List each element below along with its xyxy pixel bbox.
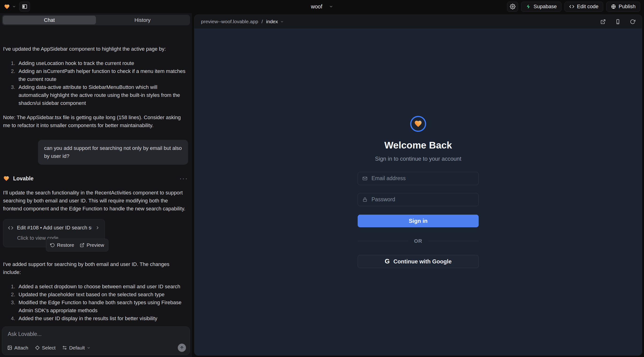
google-button-label: Continue with Google	[394, 258, 452, 265]
assistant-message-header: Lovable ···	[3, 174, 188, 182]
list-item: Updated the placeholder text based on th…	[17, 290, 188, 298]
preview-url-bar: preview--woof.lovable.app / index	[194, 15, 642, 28]
user-message-text: can you add support for searching not on…	[44, 145, 182, 159]
chevron-down-icon	[329, 4, 333, 9]
google-g-icon: G	[385, 258, 390, 265]
lock-icon	[362, 197, 368, 202]
auth-title: Welcome Back	[384, 140, 452, 151]
sender-name: Lovable	[13, 174, 34, 182]
chevron-right-icon	[95, 226, 100, 230]
email-input[interactable]	[371, 175, 474, 182]
preview-label: Preview	[86, 241, 104, 249]
lovable-heart-icon	[4, 4, 10, 10]
chevron-down-icon	[12, 5, 16, 8]
message-options-button[interactable]: ···	[180, 176, 188, 181]
arrow-up-icon	[180, 346, 184, 350]
assistant-paragraph: I've added support for searching by both…	[3, 260, 188, 276]
continue-with-google-button[interactable]: G Continue with Google	[358, 255, 479, 268]
mobile-view-button[interactable]	[615, 19, 620, 24]
tab-chat-label: Chat	[44, 17, 55, 23]
preview-button[interactable]: Preview	[80, 241, 104, 249]
divider-line	[358, 241, 408, 241]
password-field	[358, 193, 479, 206]
publish-label: Publish	[619, 4, 636, 10]
code-icon	[569, 4, 574, 9]
app-logo	[410, 116, 426, 132]
user-message-bubble: can you add support for searching not on…	[38, 140, 188, 165]
tab-history[interactable]: History	[96, 16, 189, 24]
tab-history-label: History	[134, 17, 150, 23]
assistant-list: Adding useLocation hook to track the cur…	[3, 59, 188, 107]
supabase-label: Supabase	[534, 4, 557, 10]
or-divider: OR	[358, 238, 479, 244]
assistant-note: Note: The AppSidebar.tsx file is getting…	[3, 114, 188, 130]
sliders-icon	[62, 345, 67, 350]
edit-card-actions: Restore Preview	[46, 239, 108, 252]
globe-icon	[611, 4, 616, 9]
chevron-down-icon	[280, 20, 284, 24]
refresh-button[interactable]	[630, 19, 635, 24]
send-button[interactable]	[178, 344, 186, 352]
publish-button[interactable]: Publish	[606, 2, 640, 12]
chevron-down-icon	[87, 346, 90, 350]
divider-label: OR	[414, 238, 422, 244]
edit-version-card[interactable]: Edit #108 • Add user ID search supp... C…	[3, 219, 105, 247]
heart-icon	[414, 120, 422, 128]
edit-code-label: Edit code	[577, 4, 598, 10]
edit-code-button[interactable]: Edit code	[564, 2, 603, 12]
assistant-paragraph: I've updated the AppSidebar component to…	[3, 45, 188, 53]
divider-line	[428, 241, 479, 241]
preview-panel: preview--woof.lovable.app / index	[194, 14, 642, 356]
open-in-new-tab-button[interactable]	[600, 19, 606, 24]
project-name: woof	[311, 4, 322, 10]
external-link-icon	[80, 243, 84, 248]
auth-card: Welcome Back Sign in to continue to your…	[358, 116, 479, 268]
list-item: Adding an isCurrentPath helper function …	[17, 67, 188, 83]
attach-button[interactable]: Attach	[7, 345, 28, 351]
chat-input[interactable]	[7, 330, 186, 341]
select-label: Select	[42, 345, 56, 351]
chat-messages: I've updated the AppSidebar component to…	[0, 41, 192, 325]
top-bar: woof Supabase Edit code	[0, 0, 644, 13]
settings-button[interactable]	[507, 2, 518, 12]
restore-label: Restore	[57, 241, 74, 249]
restore-icon	[50, 243, 55, 248]
list-item: Adding useLocation hook to track the cur…	[17, 59, 188, 67]
gear-icon	[510, 4, 516, 10]
chat-panel: Chat History I've updated the AppSidebar…	[0, 13, 192, 357]
mode-selector[interactable]: Default	[62, 345, 91, 351]
toggle-sidebar-button[interactable]	[19, 2, 30, 12]
sign-in-button[interactable]: Sign in	[358, 214, 479, 227]
mail-icon	[362, 176, 368, 181]
list-item: Added a select dropdown to choose betwee…	[17, 283, 188, 290]
preview-url-page: index	[266, 19, 278, 24]
select-button[interactable]: Select	[35, 345, 56, 351]
assistant-list: Added a select dropdown to choose betwee…	[3, 283, 188, 322]
mode-label: Default	[69, 345, 85, 351]
list-item: Adding data-active attribute to SidebarM…	[17, 83, 188, 107]
supabase-button[interactable]: Supabase	[521, 2, 562, 12]
preview-url-dropdown[interactable]: preview--woof.lovable.app / index	[201, 19, 284, 24]
chat-history-tabs: Chat History	[2, 15, 190, 25]
lovable-logo-menu[interactable]	[4, 4, 16, 10]
tab-chat[interactable]: Chat	[3, 16, 96, 24]
email-field	[358, 172, 479, 185]
attach-image-icon	[7, 345, 12, 350]
supabase-bolt-icon	[526, 4, 531, 9]
restore-button[interactable]: Restore	[50, 241, 74, 249]
password-input[interactable]	[371, 196, 474, 203]
lovable-heart-icon	[3, 176, 10, 182]
preview-url-separator: /	[262, 19, 263, 24]
preview-viewport: Welcome Back Sign in to continue to your…	[194, 28, 642, 355]
list-item: Modified the Edge Function to handle bot…	[17, 298, 188, 314]
edit-card-title: Edit #108 • Add user ID search supp...	[17, 224, 92, 232]
auth-subtitle: Sign in to continue to your account	[375, 156, 461, 162]
preview-url-domain: preview--woof.lovable.app	[201, 19, 258, 24]
sidebar-panel-icon	[22, 4, 28, 10]
assistant-paragraph: I'll update the search functionality in …	[3, 189, 188, 213]
composer: Attach Select Default	[2, 326, 190, 355]
attach-label: Attach	[14, 345, 28, 351]
project-menu[interactable]: woof	[311, 4, 333, 10]
code-icon	[8, 225, 13, 230]
crosshair-icon	[35, 345, 40, 350]
